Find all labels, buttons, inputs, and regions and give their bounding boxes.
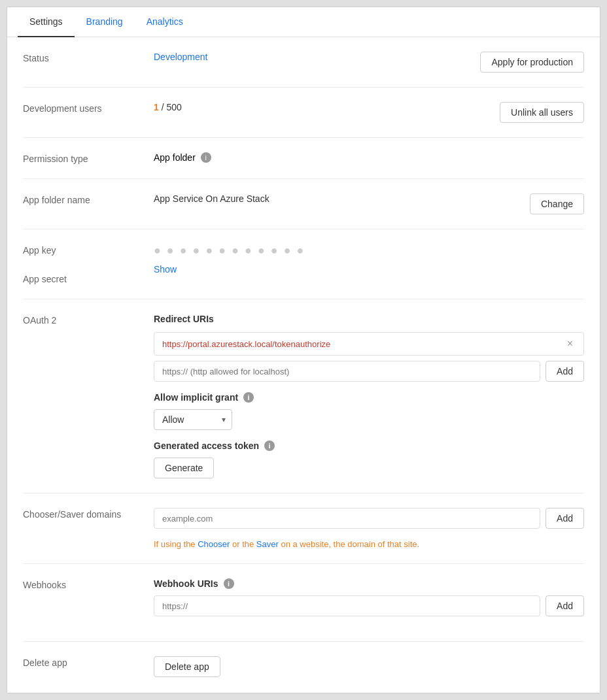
dev-users-label: Development users [23, 102, 154, 114]
app-key-row: App key App secret ● ● ● ● ● ● ● ● ● ● ●… [23, 229, 584, 299]
app-key-content: ● ● ● ● ● ● ● ● ● ● ● ● Show [154, 244, 584, 275]
uri-close-icon[interactable]: × [564, 338, 576, 350]
generated-access-token-info-icon[interactable]: i [264, 441, 275, 451]
allow-implicit-info-icon[interactable]: i [243, 392, 254, 403]
existing-uri-text: https://portal.azurestack.local/tokenaut… [162, 339, 564, 349]
tab-settings[interactable]: Settings [18, 7, 75, 37]
oauth2-label: OAuth 2 [23, 314, 154, 325]
chooser-saver-input-row: Add [154, 508, 584, 529]
webhook-uri-input[interactable] [154, 595, 540, 616]
dev-users-content: 1 / 500 [154, 102, 489, 112]
redirect-uris-title-text: Redirect URIs [154, 314, 214, 324]
generated-access-token-section: Generated access token i Generate [154, 441, 584, 478]
webhooks-row: Webhooks Webhook URIs i Add [23, 564, 584, 642]
permission-type-label: Permission type [23, 152, 154, 164]
permission-type-value: App folder [154, 152, 196, 163]
generated-access-token-title-text: Generated access token [154, 441, 259, 451]
show-app-secret-link[interactable]: Show [154, 264, 177, 275]
chooser-helper-middle: or the [230, 539, 256, 549]
permission-type-value-row: App folder i [154, 152, 584, 163]
permission-type-row: Permission type App folder i [23, 138, 584, 179]
saver-link[interactable]: Saver [256, 539, 279, 549]
redirect-uris-title: Redirect URIs [154, 314, 584, 324]
webhook-uris-info-icon[interactable]: i [224, 578, 234, 589]
app-folder-name-row: App folder name App Service On Azure Sta… [23, 179, 584, 229]
tab-branding[interactable]: Branding [75, 7, 135, 37]
oauth2-row: OAuth 2 Redirect URIs https://portal.azu… [23, 299, 584, 493]
delete-app-button[interactable]: Delete app [154, 656, 220, 677]
chooser-saver-content: Add If using the Chooser or the Saver on… [154, 508, 584, 549]
webhook-uri-input-row: Add [154, 595, 584, 616]
app-folder-name-content: App Service On Azure Stack [154, 193, 519, 204]
status-row: Status Development Apply for production [23, 37, 584, 88]
chooser-link[interactable]: Chooser [198, 539, 230, 549]
app-secret-line: Show [154, 264, 584, 275]
permission-type-content: App folder i [154, 152, 584, 163]
app-folder-name-value: App Service On Azure Stack [154, 193, 269, 204]
tab-analytics[interactable]: Analytics [135, 7, 195, 37]
existing-uri-item: https://portal.azurestack.local/tokenaut… [154, 332, 584, 356]
settings-page: Settings Branding Analytics Status Devel… [7, 7, 600, 693]
delete-app-content: Delete app [154, 656, 584, 677]
status-development-link[interactable]: Development [154, 52, 208, 62]
app-folder-name-label: App folder name [23, 193, 154, 205]
webhook-uris-title: Webhook URIs i [154, 578, 584, 589]
delete-app-row: Delete app Delete app [23, 642, 584, 692]
status-value: Development [154, 52, 470, 62]
app-key-label: App key [23, 245, 154, 256]
dev-users-total: 500 [166, 102, 181, 112]
add-chooser-saver-button[interactable]: Add [546, 508, 584, 529]
app-key-label-container: App key App secret [23, 244, 154, 284]
app-key-dots-line: ● ● ● ● ● ● ● ● ● ● ● ● [154, 244, 584, 258]
chooser-helper-prefix: If using the [154, 539, 198, 549]
generate-token-button[interactable]: Generate [154, 458, 214, 478]
change-folder-name-button[interactable]: Change [530, 193, 584, 214]
add-webhook-uri-button[interactable]: Add [546, 595, 584, 616]
chooser-saver-row: Chooser/Saver domains Add If using the C… [23, 493, 584, 564]
add-redirect-uri-button[interactable]: Add [546, 361, 584, 382]
chooser-helper-text: If using the Chooser or the Saver on a w… [154, 539, 584, 549]
uri-input-row: Add [154, 361, 584, 382]
app-secret-label: App secret [23, 274, 154, 284]
webhooks-content: Webhook URIs i Add [154, 578, 584, 627]
status-label: Status [23, 52, 154, 63]
webhooks-label: Webhooks [23, 578, 154, 590]
chooser-helper-end: on a website, the domain of that site. [279, 539, 419, 549]
permission-type-info-icon[interactable]: i [201, 152, 211, 163]
apply-for-production-button[interactable]: Apply for production [480, 52, 584, 73]
tabs-bar: Settings Branding Analytics [7, 7, 600, 37]
allow-implicit-select[interactable]: Allow Deny [154, 409, 232, 430]
allow-implicit-title-text: Allow implicit grant [154, 392, 238, 403]
dev-users-current: 1 [154, 102, 159, 112]
content-area: Status Development Apply for production … [7, 37, 600, 692]
chooser-saver-input[interactable] [154, 508, 540, 529]
generated-access-token-title: Generated access token i [154, 441, 584, 451]
delete-app-label: Delete app [23, 656, 154, 668]
allow-implicit-title: Allow implicit grant i [154, 392, 584, 403]
allow-implicit-select-wrapper: Allow Deny ▾ [154, 409, 232, 430]
allow-implicit-section: Allow implicit grant i Allow Deny ▾ [154, 392, 584, 430]
redirect-uri-input[interactable] [154, 361, 540, 382]
chooser-saver-label: Chooser/Saver domains [23, 508, 154, 520]
dev-users-row: Development users 1 / 500 Unlink all use… [23, 88, 584, 138]
dev-users-count: 1 / 500 [154, 102, 182, 112]
unlink-users-button-container: Unlink all users [489, 102, 584, 123]
change-button-container: Change [519, 193, 584, 214]
dev-users-separator: / [159, 102, 167, 112]
unlink-all-users-button[interactable]: Unlink all users [500, 102, 584, 123]
webhook-uris-title-text: Webhook URIs [154, 578, 218, 589]
status-button-container: Apply for production [470, 52, 584, 73]
app-key-dots: ● ● ● ● ● ● ● ● ● ● ● ● [154, 244, 305, 258]
oauth2-content: Redirect URIs https://portal.azurestack.… [154, 314, 584, 478]
